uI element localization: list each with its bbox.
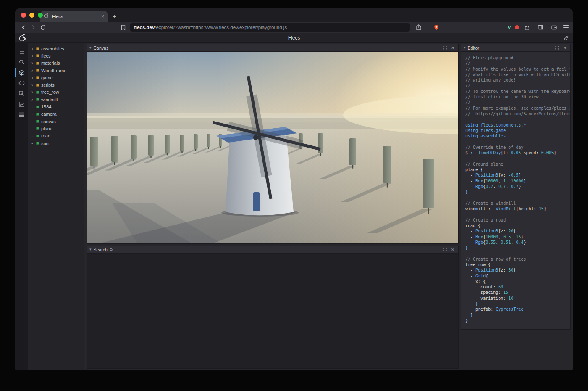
editor-code[interactable]: // Flecs playground//// Modify the value… xyxy=(461,52,570,329)
extension-icons: V xyxy=(507,23,569,32)
outline-tree-icon[interactable] xyxy=(15,46,28,57)
forward-button[interactable] xyxy=(29,23,37,32)
editor-panel-title: Editor xyxy=(468,45,479,50)
extension-red-dot-icon[interactable] xyxy=(515,25,519,29)
expand-chevron-icon[interactable]: › xyxy=(31,97,34,102)
brave-shield-icon[interactable] xyxy=(432,23,441,32)
tree-item-assemblies[interactable]: ›assemblies xyxy=(28,45,84,52)
tree-item-canvas[interactable]: -canvas xyxy=(28,118,84,125)
chart-icon[interactable] xyxy=(15,99,28,109)
urlbar-actions xyxy=(415,23,442,32)
tree-item-label: canvas xyxy=(41,119,56,124)
code-line: // Create a windmill xyxy=(465,201,570,206)
tree-item-label: scripts xyxy=(41,82,55,87)
close-window-button[interactable] xyxy=(21,13,26,18)
new-tab-button[interactable]: + xyxy=(113,13,116,20)
code-line: using flecs.game xyxy=(465,128,570,133)
expand-chevron-icon[interactable]: › xyxy=(31,46,34,51)
canvas-cube-icon[interactable] xyxy=(15,67,28,78)
extension-v-icon[interactable]: V xyxy=(507,24,511,31)
fullscreen-icon[interactable] xyxy=(554,45,560,51)
menu-icon[interactable] xyxy=(563,25,569,30)
tree-item-windmill[interactable]: ›windmill xyxy=(28,96,84,103)
tree-item-WoodFrame[interactable]: ›WoodFrame xyxy=(28,67,84,74)
close-icon[interactable]: × xyxy=(562,45,568,51)
canvas-panel-title: Canvas xyxy=(94,45,109,50)
expand-chevron-icon[interactable]: › xyxy=(31,82,34,87)
code-line: // first click on the 3D view. xyxy=(465,94,570,100)
code-line xyxy=(465,211,570,217)
code-line: // Create a row of trees xyxy=(465,256,570,262)
tree-item-road[interactable]: -road xyxy=(28,132,84,140)
tree-item-flecs[interactable]: ›flecs xyxy=(28,52,84,59)
tab-close-button[interactable]: × xyxy=(101,13,104,19)
tree-item-label: materials xyxy=(41,61,60,66)
expand-chevron-icon[interactable]: › xyxy=(31,61,34,66)
tree-item-label: 1584 xyxy=(41,104,51,109)
extensions-puzzle-icon[interactable] xyxy=(523,23,531,32)
tree-item-scripts[interactable]: ›scripts xyxy=(28,81,84,88)
tree-item-camera[interactable]: -camera xyxy=(28,111,84,118)
3d-viewport[interactable] xyxy=(87,52,458,243)
share-icon[interactable] xyxy=(415,23,423,32)
code-line: // Create a road xyxy=(465,217,570,223)
browser-tab-flecs[interactable]: Flecs × xyxy=(40,11,108,22)
fullscreen-icon[interactable] xyxy=(442,247,448,253)
entity-color-square xyxy=(36,98,39,101)
bookmark-icon[interactable] xyxy=(119,23,127,32)
code-icon[interactable] xyxy=(15,78,28,88)
editor-panel-header[interactable]: ▾ Editor × xyxy=(461,44,570,52)
tree-item-label: sun xyxy=(41,141,49,146)
expand-chevron-icon[interactable]: › xyxy=(31,75,34,80)
search-icon[interactable] xyxy=(15,57,28,67)
entity-color-square xyxy=(36,76,39,79)
flecs-logo-icon[interactable] xyxy=(18,34,26,43)
code-line xyxy=(465,251,570,256)
tree-item-game[interactable]: ›game xyxy=(28,74,84,81)
code-line xyxy=(465,116,570,122)
expand-chevron-icon[interactable]: › xyxy=(31,90,34,95)
zoom-window-button[interactable] xyxy=(38,13,43,18)
tree-item-plane[interactable]: -plane xyxy=(28,125,84,132)
browser-toolbar: flecs.dev/explorer/?wasm=https://www.fle… xyxy=(15,22,573,33)
expand-chevron-icon[interactable]: › xyxy=(31,53,34,58)
close-icon[interactable]: × xyxy=(450,247,456,253)
minimize-window-button[interactable] xyxy=(29,13,34,18)
wallet-icon[interactable] xyxy=(550,23,558,32)
sidebar-toggle-icon[interactable] xyxy=(536,23,545,32)
code-line: variation: 10 xyxy=(465,296,570,301)
code-line xyxy=(465,156,570,161)
collapse-chevron-icon[interactable]: ▾ xyxy=(89,248,92,251)
canvas-panel-header[interactable]: ▾ Canvas × xyxy=(87,44,458,52)
code-line: - Position3{z: 20} xyxy=(465,228,570,234)
inspector-icon[interactable] xyxy=(15,88,28,99)
collapse-chevron-icon[interactable]: ▾ xyxy=(464,46,466,50)
tree-item-1584[interactable]: -1584 xyxy=(28,103,84,110)
fullscreen-icon[interactable] xyxy=(442,45,448,51)
entity-color-square xyxy=(36,84,39,87)
code-line: // what it's like to work with an ECS wi… xyxy=(465,72,570,77)
search-results-area[interactable] xyxy=(87,254,458,368)
search-panel-header[interactable]: ▾ Search × xyxy=(87,246,458,254)
code-line: // xyxy=(465,100,570,105)
icon-sidebar xyxy=(15,43,28,370)
tree-item-sun[interactable]: -sun xyxy=(28,140,84,147)
collapse-chevron-icon[interactable]: ▾ xyxy=(89,46,92,50)
close-icon[interactable]: × xyxy=(450,45,456,51)
code-line: // Modify the values below to get a feel… xyxy=(465,66,570,72)
back-button[interactable] xyxy=(19,23,28,32)
code-line xyxy=(465,139,570,144)
memory-rows-icon[interactable] xyxy=(15,109,28,120)
tree-item-materials[interactable]: ›materials xyxy=(28,60,84,67)
share-link-icon[interactable] xyxy=(563,35,569,42)
url-bar[interactable]: flecs.dev/explorer/?wasm=https://www.fle… xyxy=(130,23,410,32)
search-panel-title: Search xyxy=(94,247,108,252)
reload-button[interactable] xyxy=(39,23,47,32)
tab-title: Flecs xyxy=(52,14,98,19)
entity-tree: ›assemblies›flecs›materials›WoodFrame›ga… xyxy=(28,43,84,370)
expand-chevron-icon[interactable]: › xyxy=(31,68,34,73)
url-host: flecs.dev xyxy=(134,25,155,30)
tree-item-tree_row[interactable]: ›tree_row xyxy=(28,89,84,96)
code-line: // For more examples, see examples/plecs… xyxy=(465,106,570,111)
leaf-marker: - xyxy=(31,141,34,146)
